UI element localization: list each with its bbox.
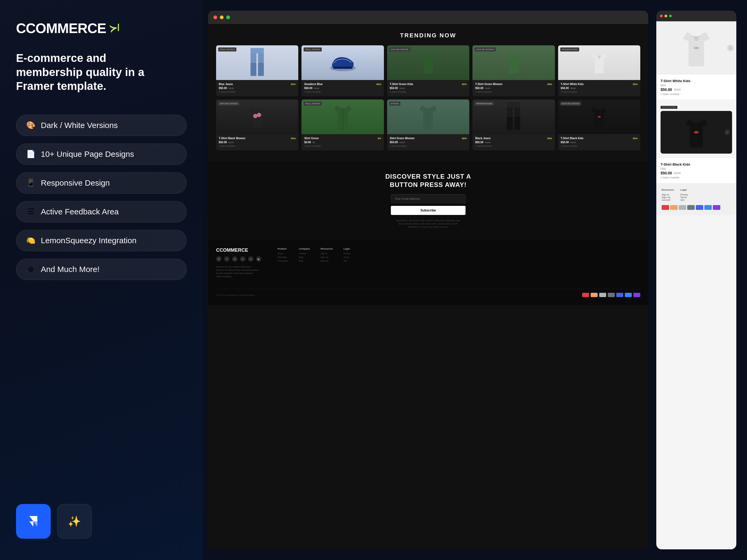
instagram-icon[interactable]: ○ <box>224 256 229 262</box>
youtube-icon[interactable]: ▶ <box>256 256 261 262</box>
side-nav-arrow[interactable]: › <box>727 45 733 51</box>
footer-col-legal: Legal Privacy Terms 404 <box>344 247 351 284</box>
list-icon: ☰ <box>26 207 35 216</box>
footer-col-title: Company <box>299 247 310 250</box>
tiktok-icon[interactable]: ▷ <box>240 256 246 262</box>
feature-responsive[interactable]: 📱 Responsive Design <box>16 172 187 194</box>
side-product-name-2: T-Shirt Black Kids <box>661 162 732 166</box>
footer-col-title: Resources <box>320 247 333 250</box>
product-price: $50.00 <box>390 87 398 89</box>
side-product-prices: $50.00 $100 <box>661 87 691 92</box>
newsletter-section: DISCOVER STYLE JUST ABUTTON PRESS AWAY! … <box>208 162 648 239</box>
feature-feedback[interactable]: ☰ Active Feedback Area <box>16 201 187 222</box>
side-footer-link[interactable]: 404 <box>680 199 688 201</box>
footer-logo: CCOMMERCE <box>216 247 269 253</box>
side-product-hero-1: › <box>656 21 736 75</box>
footer-col-resources: Resources Sign-In Sign-Up Account <box>320 247 333 284</box>
product-discount: 50% <box>462 137 467 140</box>
side-footer-link[interactable]: Privacy <box>680 193 688 196</box>
side-pay-visa <box>662 205 669 210</box>
feature-lemon[interactable]: 🍋 LemonSqueezy Integration <box>16 230 187 251</box>
feature-label: 10+ Unique Page Designs <box>41 150 134 159</box>
product-info: T-Shirt Black Kids 50% $50.00 $100 2 Sty… <box>558 134 640 151</box>
footer-link-404[interactable]: 404 <box>344 260 351 262</box>
product-blue-jeans[interactable]: FULL-STOCK <box>216 45 298 96</box>
svg-point-10 <box>253 114 257 118</box>
payment-paypal <box>608 293 615 297</box>
side-browser-content[interactable]: › T-Shirt White Kids 50% $50.00 $100 2 S… <box>656 21 736 549</box>
footer-link-home[interactable]: Home <box>278 252 288 255</box>
product-tshirt-white-kids[interactable]: PROMOTIONS T-Shirt White Kid <box>558 45 640 96</box>
side-pay-stripe <box>713 205 720 210</box>
feature-dark-white[interactable]: 🎨 Dark / White Versions <box>16 115 187 136</box>
footer-link-signin[interactable]: Sign-In <box>320 252 333 255</box>
side-dot-min[interactable] <box>665 15 667 17</box>
side-nav-arrow-2[interactable]: › <box>725 130 730 135</box>
browser-dot-close[interactable] <box>213 16 217 19</box>
side-product-discount-2: 50% <box>661 167 732 170</box>
side-footer-link[interactable]: Terms <box>680 196 688 199</box>
svg-rect-18 <box>507 102 520 107</box>
side-footer-link[interactable]: Sign-Up <box>662 196 674 199</box>
products-row-1: FULL-STOCK <box>216 45 640 96</box>
footer-link-privacy[interactable]: Privacy <box>344 252 351 255</box>
product-name: Black Jeans <box>475 137 491 140</box>
footer-link-account[interactable]: Account <box>320 260 333 262</box>
payment-visa <box>582 293 589 297</box>
product-shirt-green[interactable]: FULL-STOCK Shirt Green <box>302 100 384 151</box>
product-tshirt-black-women[interactable]: OUT-OF-STOCK <box>216 100 298 151</box>
product-tshirt-green-women[interactable]: OUT-OF-STOCK T-Shirt Green Women <box>472 45 555 96</box>
side-dot-close[interactable] <box>660 15 663 17</box>
discord-icon[interactable]: ◇ <box>248 256 253 262</box>
twitter-icon[interactable]: ✕ <box>216 256 222 262</box>
feature-label: Active Feedback Area <box>41 207 119 216</box>
footer-link-blog[interactable]: Blog <box>299 256 310 259</box>
product-badge: OUT-OF-STOCK <box>560 102 581 106</box>
trending-section: TRENDING NOW FULL-STOCK <box>208 24 648 162</box>
footer-link-promotions[interactable]: Promotions <box>278 260 288 262</box>
product-badge: PROMOTIONS <box>474 102 494 106</box>
product-sneakers[interactable]: FULL-STOCK <box>302 45 384 96</box>
product-badge: STOCK <box>389 102 401 106</box>
subscribe-button[interactable]: Subscribe <box>391 206 466 215</box>
product-name: T-Shirt Black Kids <box>561 137 584 140</box>
product-price: $50.00 <box>219 141 227 144</box>
magic-button[interactable]: ✨ <box>57 504 92 539</box>
framer-button[interactable] <box>16 504 51 539</box>
product-tshirt-black-kids[interactable]: OUT-OF-STOCK T-Shirt Black K <box>558 100 640 151</box>
svg-marker-2 <box>33 521 37 527</box>
footer-link-faq[interactable]: FAQ <box>299 260 310 262</box>
footer-link-contact[interactable]: Contact <box>299 252 310 255</box>
side-footer-link[interactable]: Sign-In <box>662 193 674 196</box>
browser-content[interactable]: TRENDING NOW FULL-STOCK <box>208 24 648 549</box>
footer-col-title: Product <box>278 247 288 250</box>
product-price: $50.00 <box>219 87 227 89</box>
email-input[interactable] <box>391 194 466 203</box>
product-styles: 2 Styles Available <box>561 91 638 93</box>
browser-dot-max[interactable] <box>226 16 230 19</box>
product-badge: OUT-OF-STOCK <box>218 102 239 106</box>
product-tshirt-green-kids[interactable]: OUT-OF-STOCK T-Shirt Green Kids <box>387 45 469 96</box>
browser-dot-min[interactable] <box>220 16 224 19</box>
payment-apple <box>616 293 623 297</box>
footer-link-signup[interactable]: Sign-Up <box>320 256 333 259</box>
product-name: Sneakers Blue <box>304 83 323 86</box>
product-info: T-Shirt Green Kids 50% $50.00 $100 2 Sty… <box>387 80 469 96</box>
pinterest-icon[interactable]: ◻ <box>232 256 237 262</box>
footer-link-terms[interactable]: Terms <box>344 256 351 259</box>
product-shirt-green-women[interactable]: STOCK Shirt Green Women <box>387 100 469 151</box>
product-black-jeans[interactable]: PROMOTIONS <box>472 100 555 151</box>
feature-more[interactable]: ⊕ And Much More! <box>16 259 187 280</box>
side-footer-link[interactable]: Account <box>662 199 674 201</box>
product-price: $50.00 <box>475 141 483 144</box>
logo-area: CCOMMERCE ≻/ <box>16 21 187 35</box>
side-pay-amex <box>679 205 686 210</box>
products-row-2: OUT-OF-STOCK <box>216 100 640 151</box>
footer-link-advisable[interactable]: Advisable <box>278 256 288 259</box>
product-orig-price: $100 <box>400 87 405 89</box>
logo-text: CCOMMERCE <box>16 21 106 35</box>
side-out-of-stock-badge: OUT-OF-STOCK <box>661 106 677 109</box>
feature-page-designs[interactable]: 📄 10+ Unique Page Designs <box>16 143 187 165</box>
product-orig-price: $100 <box>485 141 490 144</box>
side-dot-max[interactable] <box>669 15 672 17</box>
